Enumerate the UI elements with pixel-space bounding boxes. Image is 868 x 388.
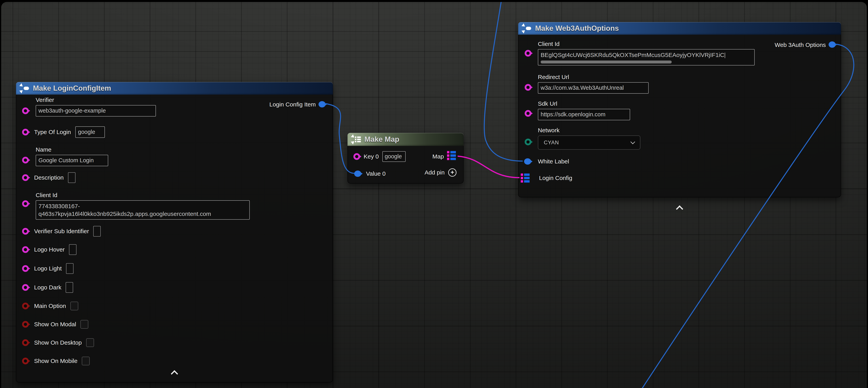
blueprint-graph-canvas[interactable]: Make LoginConfigItem Login Config Item V… [1, 2, 867, 388]
row-show-on-modal: Show On Modal [34, 319, 88, 330]
pin-label-value-0: Value 0 [366, 170, 386, 177]
row-login-config: Login Config [539, 173, 572, 184]
row-show-on-mobile: Show On Mobile [34, 355, 90, 366]
verifier-input[interactable]: web3auth-google-example [36, 105, 156, 117]
make-map-icon [352, 135, 361, 144]
pin-logo-light[interactable] [22, 265, 29, 272]
output-pin-web3auth-options[interactable] [829, 41, 836, 48]
verifier-sub-identifier-input[interactable] [93, 226, 101, 237]
pin-value-0[interactable] [354, 171, 361, 177]
output-pin-login-config-item[interactable] [318, 101, 326, 108]
chevron-down-icon [630, 139, 635, 144]
pin-label-logo-dark: Logo Dark [34, 284, 61, 291]
output-pin-map[interactable] [447, 151, 456, 160]
name-input[interactable]: Google Custom Login [36, 155, 108, 166]
pin-label-sdk-url: Sdk Url [538, 100, 557, 107]
row-logo-dark: Logo Dark [34, 282, 73, 293]
wire-map-to-login-config[interactable] [458, 156, 520, 178]
pin-type-of-login[interactable] [22, 129, 29, 136]
row-value-0: Value 0 [366, 168, 386, 179]
logo-dark-input[interactable] [66, 282, 73, 293]
pin-key-0[interactable] [353, 153, 360, 160]
pin-show-on-mobile[interactable] [22, 358, 29, 364]
pin-sdk-url[interactable] [525, 110, 531, 117]
pin-label-type-of-login: Type Of Login [34, 129, 71, 136]
node-title: Make Map [365, 135, 399, 144]
output-row-login-config-item: Login Config Item [270, 100, 316, 109]
pin-white-label[interactable] [524, 158, 531, 165]
node-header-make-map[interactable]: Make Map [347, 133, 464, 146]
pin-client-id[interactable] [525, 50, 531, 57]
pin-label-show-on-modal: Show On Modal [34, 321, 76, 328]
pin-label-verifier-sub-identifier: Verifier Sub Identifier [34, 228, 89, 235]
type-of-login-input[interactable]: google [75, 126, 105, 138]
row-client-id: Client Id BEglQSgt4cUWcj6SKRdu5QkOXTsePm… [538, 40, 755, 65]
pin-logo-dark[interactable] [22, 284, 29, 291]
pin-description[interactable] [22, 174, 29, 181]
pin-label-show-on-mobile: Show On Mobile [34, 358, 78, 364]
pin-verifier[interactable] [22, 108, 29, 114]
node-make-map[interactable]: Make Map Key 0 google Map Value 0 Add pi… [347, 133, 464, 184]
pin-redirect-url[interactable] [525, 84, 531, 91]
main-option-checkbox[interactable] [70, 302, 78, 310]
node-title: Make Web3AuthOptions [535, 24, 619, 33]
pin-main-option[interactable] [22, 303, 29, 309]
client-id-input-text: 774338308167-q463s7kpvja16l4l0kko3nb925i… [38, 203, 211, 217]
node-header-make-web3authoptions[interactable]: Make Web3AuthOptions [518, 22, 841, 35]
chevron-up-icon [171, 370, 178, 378]
pin-network[interactable] [525, 139, 531, 145]
pin-label-login-config: Login Config [539, 175, 572, 181]
add-pin-label: Add pin [425, 169, 445, 176]
row-name: Name Google Custom Login [36, 146, 108, 166]
show-on-mobile-checkbox[interactable] [82, 357, 90, 365]
node-make-web3authoptions[interactable]: Make Web3AuthOptions Web 3Auth Options C… [518, 22, 841, 197]
row-verifier-sub-identifier: Verifier Sub Identifier [34, 226, 101, 237]
pin-show-on-modal[interactable] [22, 321, 29, 328]
client-id-scrollbar[interactable] [540, 61, 672, 63]
node-make-loginconfigitem[interactable]: Make LoginConfigItem Login Config Item V… [16, 82, 333, 383]
redirect-url-input[interactable]: w3a://com.w3a.Web3AuthUnreal [538, 82, 649, 94]
pin-label-logo-hover: Logo Hover [34, 246, 65, 253]
pin-login-config[interactable] [521, 174, 530, 183]
pin-client-id[interactable] [22, 200, 29, 207]
pin-label-show-on-desktop: Show On Desktop [34, 339, 82, 346]
pin-show-on-desktop[interactable] [22, 339, 29, 346]
chevron-up-icon [676, 205, 683, 213]
show-on-desktop-checkbox[interactable] [86, 338, 94, 347]
collapse-node-button[interactable] [168, 369, 181, 377]
output-pin-label: Login Config Item [270, 101, 316, 108]
network-dropdown[interactable]: CYAN [538, 136, 640, 150]
sdk-url-input[interactable]: https://sdk.openlogin.com [538, 109, 630, 120]
pin-label-verifier: Verifier [36, 97, 54, 103]
add-pin-button[interactable]: Add pin + [425, 168, 457, 177]
plus-circle-icon: + [448, 168, 457, 177]
client-id-input[interactable]: BEglQSgt4cUWcj6SKRdu5QkOXTsePmMcusG5EAoy… [538, 49, 755, 65]
row-type-of-login: Type Of Login google [34, 126, 105, 138]
logo-light-input[interactable] [66, 263, 73, 274]
type-of-login-input-text: google [78, 129, 95, 135]
pin-label-description: Description [34, 174, 64, 181]
pin-verifier-sub-identifier[interactable] [22, 228, 29, 235]
show-on-modal-checkbox[interactable] [81, 320, 88, 329]
pin-name[interactable] [22, 157, 29, 163]
output-row-map: Map [432, 152, 444, 161]
pin-logo-hover[interactable] [22, 246, 29, 253]
node-title: Make LoginConfigItem [33, 84, 111, 92]
node-header-make-loginconfigitem[interactable]: Make LoginConfigItem [16, 82, 333, 95]
pin-label-name: Name [36, 146, 52, 153]
row-show-on-desktop: Show On Desktop [34, 337, 94, 348]
pin-label-white-label: White Label [538, 158, 569, 165]
logo-hover-input[interactable] [69, 244, 76, 255]
row-logo-light: Logo Light [34, 263, 73, 274]
pin-label-logo-light: Logo Light [34, 265, 62, 272]
pin-label-client-id: Client Id [36, 192, 57, 199]
pin-label-main-option: Main Option [34, 303, 66, 309]
key-0-input[interactable]: google [382, 151, 406, 162]
wire-offscreen-to-white-label[interactable] [484, 2, 523, 161]
client-id-input[interactable]: 774338308167-q463s7kpvja16l4l0kko3nb925i… [36, 200, 250, 220]
key-0-input-text: google [385, 153, 402, 159]
description-input[interactable] [68, 172, 75, 183]
collapse-node-button[interactable] [673, 204, 686, 212]
row-logo-hover: Logo Hover [34, 244, 76, 255]
sdk-url-input-text: https://sdk.openlogin.com [540, 111, 606, 118]
